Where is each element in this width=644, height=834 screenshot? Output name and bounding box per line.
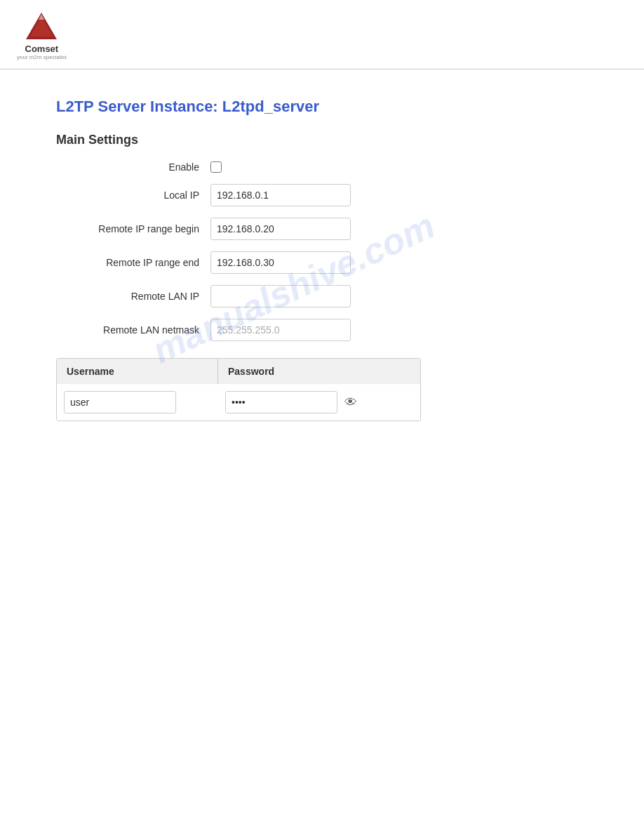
password-header: Password bbox=[218, 359, 420, 384]
section-title: Main Settings bbox=[56, 133, 588, 147]
credentials-table: Username Password 👁 bbox=[56, 358, 421, 421]
comset-logo-icon bbox=[25, 11, 58, 42]
username-input[interactable] bbox=[64, 391, 176, 413]
local-ip-input[interactable] bbox=[210, 184, 351, 206]
remote-ip-end-input[interactable] bbox=[210, 251, 351, 274]
logo-subtitle: your m2m specialist bbox=[17, 54, 67, 60]
password-cell: 👁 bbox=[225, 391, 413, 413]
remote-ip-begin-row: Remote IP range begin bbox=[56, 218, 588, 240]
credentials-body: 👁 bbox=[57, 384, 420, 421]
remote-lan-netmask-label: Remote LAN netmask bbox=[56, 324, 210, 336]
username-cell bbox=[64, 391, 225, 413]
remote-lan-netmask-row: Remote LAN netmask bbox=[56, 319, 588, 341]
credentials-header: Username Password bbox=[57, 359, 420, 384]
remote-lan-ip-row: Remote LAN IP bbox=[56, 285, 588, 307]
username-header: Username bbox=[57, 359, 218, 384]
page-title: L2TP Server Instance: L2tpd_server bbox=[56, 98, 588, 116]
remote-lan-ip-input[interactable] bbox=[210, 285, 351, 307]
enable-row: Enable bbox=[56, 161, 588, 173]
main-content: L2TP Server Instance: L2tpd_server Main … bbox=[0, 70, 644, 449]
remote-lan-ip-label: Remote LAN IP bbox=[56, 291, 210, 302]
remote-ip-begin-label: Remote IP range begin bbox=[56, 223, 210, 234]
eye-icon: 👁 bbox=[344, 395, 357, 409]
enable-label: Enable bbox=[56, 161, 210, 173]
remote-ip-end-row: Remote IP range end bbox=[56, 251, 588, 274]
password-input[interactable] bbox=[225, 391, 337, 413]
logo-text: Comset bbox=[25, 44, 59, 54]
remote-ip-begin-input[interactable] bbox=[210, 218, 351, 240]
local-ip-row: Local IP bbox=[56, 184, 588, 206]
local-ip-label: Local IP bbox=[56, 190, 210, 201]
password-toggle-button[interactable]: 👁 bbox=[343, 394, 358, 411]
remote-ip-end-label: Remote IP range end bbox=[56, 257, 210, 268]
remote-lan-netmask-input[interactable] bbox=[210, 319, 351, 341]
logo: Comset your m2m specialist bbox=[17, 11, 67, 60]
page-header: Comset your m2m specialist bbox=[0, 0, 644, 70]
enable-checkbox[interactable] bbox=[210, 161, 222, 173]
